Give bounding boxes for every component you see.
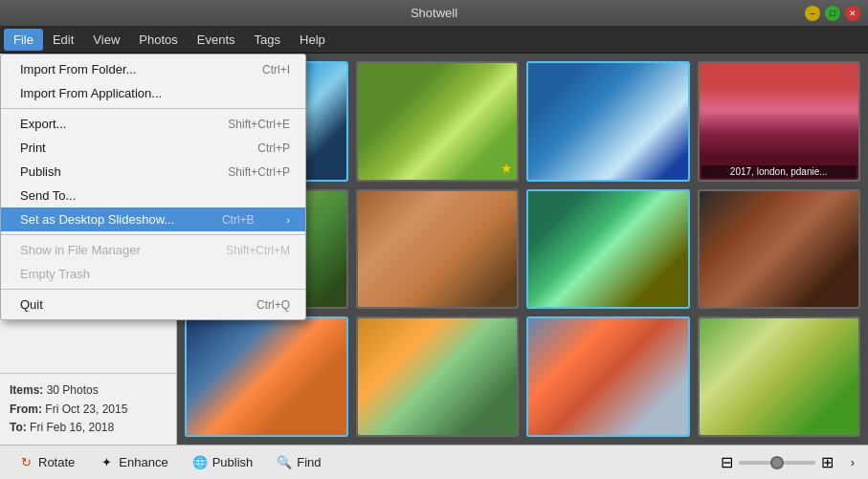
menu-show-file-manager-label: Show in File Manager <box>20 243 141 257</box>
photo-inner-4 <box>700 63 859 180</box>
menu-send-to[interactable]: Send To... <box>1 184 305 207</box>
menu-photos[interactable]: Photos <box>129 29 187 51</box>
rotate-label: Rotate <box>38 455 75 469</box>
zoom-in-icon[interactable]: ⊞ <box>821 453 834 471</box>
photo-thumb-6[interactable] <box>356 189 520 310</box>
photo-star-2: ★ <box>501 161 513 176</box>
menu-show-file-manager[interactable]: Show in File Manager Shift+Ctrl+M <box>1 238 305 262</box>
photo-caption-4: 2017, london, pdanie... <box>701 165 857 178</box>
publish-button[interactable]: 🌐 Publish <box>182 451 263 474</box>
menu-sep-2 <box>1 234 305 235</box>
window-controls: – □ ✕ <box>805 6 860 21</box>
menu-publish-shortcut: Shift+Ctrl+P <box>228 165 290 179</box>
menu-set-desktop-shortcut: Ctrl+B <box>222 213 255 227</box>
menu-help[interactable]: Help <box>290 29 335 51</box>
zoom-out-icon[interactable]: ⊟ <box>721 453 733 471</box>
photo-thumb-4[interactable]: 2017, london, pdanie... <box>698 61 861 182</box>
menu-export[interactable]: Export... Shift+Ctrl+E <box>1 112 305 136</box>
to-prefix: To: <box>10 421 30 434</box>
zoom-handle[interactable] <box>770 456 784 469</box>
maximize-button[interactable]: □ <box>825 6 840 21</box>
photo-thumb-7[interactable] <box>526 189 690 310</box>
menu-export-shortcut: Shift+Ctrl+E <box>228 118 290 131</box>
items-prefix: Items: <box>10 383 47 397</box>
close-button[interactable]: ✕ <box>845 6 860 21</box>
from-row: From: Fri Oct 23, 2015 <box>10 401 167 419</box>
to-row: To: Fri Feb 16, 2018 <box>10 419 167 437</box>
photo-thumb-2[interactable]: ★ <box>356 61 520 182</box>
photo-inner-11 <box>528 318 688 435</box>
app-title: Shotwell <box>411 6 457 20</box>
titlebar: Shotwell – □ ✕ <box>0 0 868 27</box>
find-button[interactable]: 🔍 Find <box>266 451 330 474</box>
photo-inner-9 <box>187 318 346 435</box>
to-date: Fri Feb 16, 2018 <box>30 421 114 434</box>
menubar: File Edit View Photos Events Tags Help <box>0 27 868 54</box>
menu-import-application-label: Import From Application... <box>20 86 162 100</box>
photo-inner-8 <box>700 191 859 308</box>
menu-import-folder-shortcut: Ctrl+I <box>262 63 290 76</box>
menu-show-file-manager-shortcut: Shift+Ctrl+M <box>226 244 290 257</box>
file-menu-dropdown: Import From Folder... Ctrl+I Import From… <box>0 54 306 320</box>
menu-publish-label: Publish <box>20 164 61 179</box>
photo-inner-6 <box>358 191 518 308</box>
menu-set-desktop[interactable]: Set as Desktop Slideshow... Ctrl+B › <box>1 207 305 231</box>
zoom-area: ⊟ ⊞ <box>721 453 834 471</box>
photo-thumb-8[interactable] <box>698 189 861 310</box>
photo-inner-10 <box>358 318 518 435</box>
find-label: Find <box>297 455 321 469</box>
menu-empty-trash-label: Empty Trash <box>20 267 90 281</box>
menu-sep-3 <box>1 289 305 290</box>
photo-inner-7 <box>528 191 688 308</box>
menu-import-folder-label: Import From Folder... <box>20 62 136 76</box>
menu-quit[interactable]: Quit Ctrl+Q <box>1 293 305 316</box>
menu-view[interactable]: View <box>83 29 129 51</box>
publish-icon: 🌐 <box>191 454 209 471</box>
menu-sep-1 <box>1 108 305 109</box>
enhance-button[interactable]: ✦ Enhance <box>88 451 177 474</box>
photo-inner-12 <box>700 318 859 435</box>
menu-events[interactable]: Events <box>188 29 245 51</box>
photo-thumb-10[interactable] <box>356 316 520 437</box>
find-icon: 🔍 <box>276 454 293 471</box>
photo-thumb-12[interactable] <box>698 316 861 437</box>
menu-empty-trash[interactable]: Empty Trash <box>1 262 305 286</box>
photo-thumb-9[interactable] <box>185 316 348 437</box>
menu-set-desktop-label: Set as Desktop Slideshow... <box>20 212 174 227</box>
file-dropdown-menu: Import From Folder... Ctrl+I Import From… <box>0 54 306 320</box>
enhance-icon: ✦ <box>98 454 115 471</box>
menu-import-folder[interactable]: Import From Folder... Ctrl+I <box>1 57 305 81</box>
from-prefix: From: <box>10 403 45 416</box>
menu-print-label: Print <box>20 141 46 155</box>
menu-edit[interactable]: Edit <box>43 29 83 51</box>
scroll-right-button[interactable]: › <box>845 453 860 471</box>
minimize-button[interactable]: – <box>805 6 820 21</box>
menu-export-label: Export... <box>20 117 66 131</box>
menu-send-to-label: Send To... <box>20 188 76 203</box>
menu-print[interactable]: Print Ctrl+P <box>1 136 305 160</box>
bottom-toolbar: ↻ Rotate ✦ Enhance 🌐 Publish 🔍 Find ⊟ ⊞ … <box>0 445 868 479</box>
enhance-label: Enhance <box>119 455 167 469</box>
menu-publish[interactable]: Publish Shift+Ctrl+P <box>1 160 305 184</box>
menu-file[interactable]: File <box>4 29 43 51</box>
photo-inner-3 <box>528 63 688 180</box>
menu-tags[interactable]: Tags <box>245 29 290 51</box>
app-window: Shotwell – □ ✕ File Edit View Photos Eve… <box>0 0 868 479</box>
menu-quit-shortcut: Ctrl+Q <box>256 298 290 312</box>
rotate-button[interactable]: ↻ Rotate <box>8 451 84 474</box>
publish-label: Publish <box>212 455 254 469</box>
menu-quit-label: Quit <box>20 297 43 312</box>
zoom-slider[interactable] <box>739 461 815 465</box>
from-date: Fri Oct 23, 2015 <box>45 403 127 416</box>
photo-thumb-11[interactable] <box>526 316 690 437</box>
items-count: 30 Photos <box>47 383 99 397</box>
menu-print-shortcut: Ctrl+P <box>257 142 290 155</box>
photo-thumb-3[interactable] <box>526 61 690 182</box>
menu-import-application[interactable]: Import From Application... <box>1 81 305 105</box>
items-row: Items: 30 Photos <box>10 381 167 400</box>
sidebar-info: Items: 30 Photos From: Fri Oct 23, 2015 … <box>0 373 176 445</box>
rotate-icon: ↻ <box>17 454 34 471</box>
menu-cursor: › <box>286 214 290 226</box>
photo-inner-2 <box>358 63 518 180</box>
